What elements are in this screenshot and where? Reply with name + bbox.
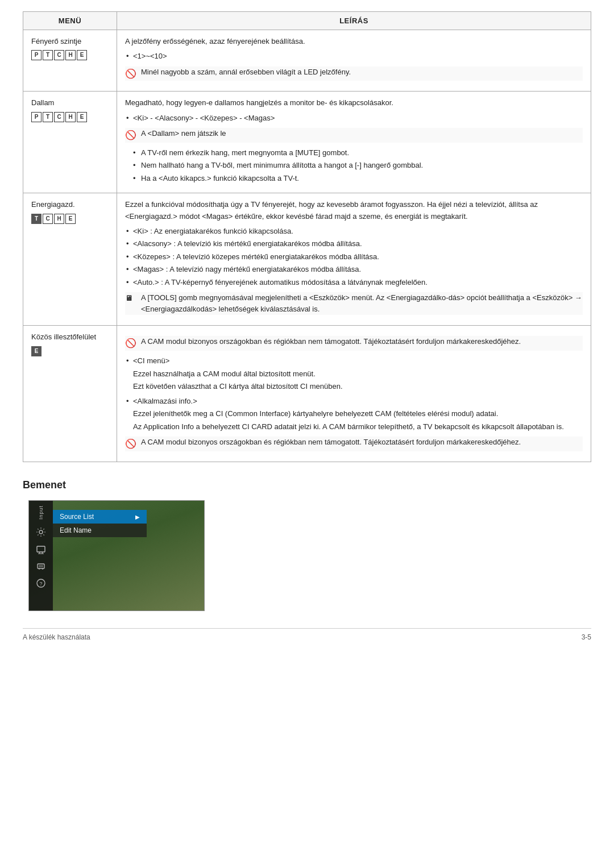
tv-icon-hdmi: [34, 559, 48, 573]
badge-T-dallam: T: [43, 112, 53, 122]
note-text-fenyero: Minél nagyobb a szám, annál erősebben vi…: [141, 67, 351, 78]
note-icon-fenyero: 🚫: [125, 67, 136, 81]
badge-P-fenyero: P: [31, 50, 42, 60]
note-icon-dallam: 🚫: [125, 128, 136, 143]
bullet-list-energiagazd: <Ki> : Az energiatakarékos funkció kikap…: [125, 226, 583, 288]
menu-name-fenyero: Fényerő szintje: [31, 36, 109, 47]
desc-para-fenyero: A jelzőfény erősségének, azaz fényerején…: [125, 36, 583, 47]
desc-cell-kozos: 🚫A CAM modul bizonyos országokban és rég…: [117, 326, 591, 462]
footer: A készülék használata 3-5: [23, 628, 591, 641]
svg-text:?: ?: [39, 581, 42, 587]
bemenet-section: Bemenet Input: [23, 479, 591, 611]
badge-row-kozos: E: [31, 346, 109, 356]
badge-row-dallam: PTCHE: [31, 112, 109, 122]
menu-name-energiagazd: Energiagazd.: [31, 199, 109, 210]
badge-E-fenyero: E: [77, 50, 87, 60]
badge-T-fenyero: T: [43, 50, 53, 60]
tv-input-label: Input: [38, 505, 44, 520]
list-item: <Magas> : A televízió nagy mértékű energ…: [125, 264, 583, 275]
desc-group-list-kozos-1: <Alkalmazási info.>Ezzel jeleníthetők me…: [125, 396, 583, 433]
menu-cell-kozos: Közös illesztőfelületE: [23, 326, 117, 462]
menu-cell-dallam: DallamPTCHE: [23, 92, 117, 193]
desc-group-list-kozos-0: <CI menü>Ezzel használhatja a CAM modul …: [125, 355, 583, 392]
note-block-kozos: 🚫A CAM modul bizonyos országokban és rég…: [125, 336, 583, 351]
menu-cell-fenyero: Fényerő szintjePTCHE: [23, 30, 117, 92]
note-block-bottom-kozos: 🚫A CAM modul bizonyos országokban és rég…: [125, 437, 583, 451]
list-item: <1>~<10>: [125, 51, 583, 62]
menu-cell-energiagazd: Energiagazd.TCHE: [23, 193, 117, 326]
badge-H-dallam: H: [65, 112, 76, 122]
list-item: <Ki> : Az energiatakarékos funkció kikap…: [125, 226, 583, 237]
desc-cell-energiagazd: Ezzel a funkcióval módosíthatja úgy a TV…: [117, 193, 591, 326]
tools-icon-energiagazd: 🖥: [125, 293, 136, 304]
list-item: A TV-ről nem érkezik hang, mert megnyomt…: [125, 147, 583, 159]
note-text-kozos: A CAM modul bizonyos országokban és régi…: [141, 336, 521, 347]
tools-note-block-energiagazd: 🖥A [TOOLS] gomb megnyomásával megjelenít…: [125, 292, 583, 315]
list-item: Ha a <Auto kikapcs.> funkció kikapcsolta…: [125, 173, 583, 184]
desc-line: Az Application Info a behelyezett CI CAR…: [125, 421, 583, 433]
bullet-list-fenyero: <1>~<10>: [125, 51, 583, 62]
svg-rect-3: [39, 565, 43, 567]
col-menu-header: MENÜ: [23, 12, 117, 30]
menu-name-kozos: Közös illesztőfelület: [31, 331, 109, 343]
badge-C-dallam: C: [54, 112, 64, 122]
main-table: MENÜ LEÍRÁS Fényerő szintjePTCHEA jelzőf…: [23, 11, 591, 462]
desc-para-energiagazd: Ezzel a funkcióval módosíthatja úgy a TV…: [125, 199, 583, 222]
note-text-bottom-kozos: A CAM modul bizonyos országokban és régi…: [141, 437, 521, 448]
tools-note-text-energiagazd: A [TOOLS] gomb megnyomásával megjeleníth…: [141, 292, 583, 315]
list-item: <Alacsony> : A televízió kis mértékű ene…: [125, 238, 583, 250]
list-item: <Auto.> : A TV-képernyő fényerejének aut…: [125, 277, 583, 288]
svg-point-0: [39, 530, 43, 534]
badge-row-energiagazd: TCHE: [31, 214, 109, 224]
note-icon-kozos: 🚫: [125, 337, 136, 351]
tv-icon-question: ?: [34, 576, 48, 590]
menu-name-dallam: Dallam: [31, 97, 109, 109]
badge-row-fenyero: PTCHE: [31, 50, 109, 60]
desc-cell-fenyero: A jelzőfény erősségének, azaz fényerején…: [117, 30, 591, 92]
note-block-dallam: 🚫A <Dallam> nem játszik le: [125, 128, 583, 143]
badge-H-energiagazd: H: [54, 214, 64, 224]
desc-cell-dallam: Megadható, hogy legyen-e dallamos hangje…: [117, 92, 591, 193]
list-item: <CI menü>: [125, 355, 583, 367]
badge-C-fenyero: C: [54, 50, 64, 60]
col-desc-header: LEÍRÁS: [117, 12, 591, 30]
tv-icon-source: [34, 542, 48, 556]
list-item: Nem hallható hang a TV-ből, mert minimum…: [125, 160, 583, 171]
note-block-fenyero: 🚫Minél nagyobb a szám, annál erősebben v…: [125, 67, 583, 81]
badge-H-fenyero: H: [65, 50, 76, 60]
sub-bullet-list-dallam: A TV-ről nem érkezik hang, mert megnyomt…: [125, 147, 583, 184]
note-text-dallam: A <Dallam> nem játszik le: [141, 128, 226, 139]
badge-C-energiagazd: C: [43, 214, 53, 224]
desc-line: Ezzel jeleníthetők meg a CI (Common Inte…: [125, 408, 583, 420]
footer-right: 3-5: [582, 633, 591, 641]
svg-rect-1: [37, 546, 45, 552]
footer-left: A készülék használata: [23, 633, 90, 641]
tv-menu-item-source-list[interactable]: Source List: [53, 510, 147, 524]
list-item: <Közepes> : A televízió közepes mértékű …: [125, 251, 583, 263]
badge-E-kozos: E: [31, 346, 42, 356]
list-item: <Ki> - <Alacsony> - <Közepes> - <Magas>: [125, 113, 583, 124]
note-icon-bottom-kozos: 🚫: [125, 437, 136, 451]
bemenet-title: Bemenet: [23, 479, 591, 491]
badge-P-dallam: P: [31, 112, 42, 122]
desc-line: Ezzel használhatja a CAM modul által biz…: [125, 368, 583, 380]
tv-menu-item-edit-name[interactable]: Edit Name: [53, 524, 147, 537]
tv-menu-panel: Source ListEdit Name: [53, 510, 147, 537]
badge-E-energiagazd: E: [65, 214, 76, 224]
desc-line: Ezt követően választhat a CI kártya álta…: [125, 381, 583, 392]
bullet-list-dallam: <Ki> - <Alacsony> - <Közepes> - <Magas>: [125, 113, 583, 124]
tv-sidebar: Input: [29, 501, 53, 610]
list-item: <Alkalmazási info.>: [125, 396, 583, 407]
desc-para-dallam: Megadható, hogy legyen-e dallamos hangje…: [125, 97, 583, 109]
badge-T-energiagazd: T: [31, 214, 42, 224]
tv-screenshot: Input: [28, 500, 205, 611]
tv-icon-settings: [34, 525, 48, 539]
badge-E-dallam: E: [77, 112, 87, 122]
